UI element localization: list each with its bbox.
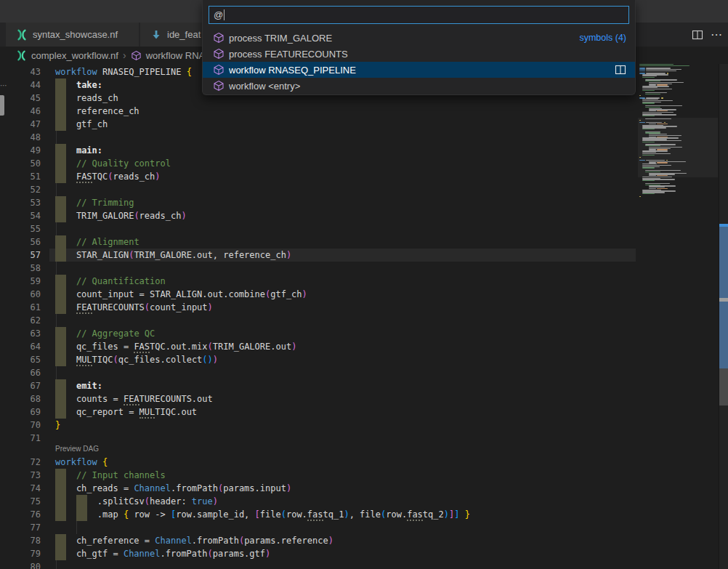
ellipsis-icon[interactable]: ⋯ — [711, 31, 722, 39]
line-number[interactable]: 70 — [0, 419, 41, 432]
code-line[interactable]: reference_ch — [55, 105, 139, 118]
minimap-line — [642, 100, 673, 101]
code-line[interactable]: FEATURECOUNTS(count_input) — [55, 301, 213, 314]
indent-guide — [76, 521, 77, 534]
code-line[interactable]: ch_reads = Channel.fromPath(params.input… — [55, 482, 291, 495]
line-number[interactable]: 72 — [0, 456, 41, 469]
symbol-module-icon — [131, 50, 142, 61]
line-number[interactable]: 69 — [0, 405, 41, 419]
quick-open-result[interactable]: workflow <entry> — [203, 78, 635, 94]
line-number[interactable]: 67 — [0, 379, 41, 392]
line-number[interactable]: 77 — [0, 521, 41, 534]
nextflow-icon — [16, 29, 28, 41]
minimap-line — [642, 193, 655, 194]
line-number[interactable]: 45 — [0, 92, 41, 105]
minimap-line — [639, 95, 641, 96]
quick-open-result[interactable]: process FEATURECOUNTS — [203, 46, 635, 62]
code-line[interactable]: workflow RNASEQ_PIPELINE { — [55, 65, 192, 78]
minimap-line — [639, 70, 645, 71]
line-number[interactable]: 49 — [0, 144, 41, 157]
quick-open-result[interactable]: workflow RNASEQ_PIPELINE — [203, 62, 635, 78]
text-caret — [224, 9, 225, 20]
line-number[interactable]: 78 — [0, 534, 41, 547]
line-number[interactable]: 74 — [0, 482, 41, 495]
quick-open-query: @ — [214, 9, 223, 20]
code-line[interactable]: gtf_ch — [55, 118, 108, 131]
tab-syntax-showcase[interactable]: syntax_showcase.nf — [6, 23, 139, 47]
minimap-line — [639, 196, 641, 197]
line-number[interactable]: 71 — [0, 432, 41, 445]
code-line[interactable]: // Alignment — [55, 235, 139, 249]
scrollbar[interactable] — [719, 64, 728, 569]
code-line[interactable]: TRIM_GALORE(reads_ch) — [55, 209, 187, 222]
indent-guide — [56, 262, 57, 275]
minimap-line — [642, 77, 655, 78]
nextflow-icon — [16, 50, 27, 61]
code-line[interactable]: ch_gtf = Channel.fromPath(params.gtf) — [55, 547, 270, 560]
code-line[interactable]: // Trimming — [55, 196, 134, 209]
code-line[interactable]: FASTQC(reads_ch) — [55, 170, 161, 183]
line-number[interactable]: 46 — [0, 105, 41, 118]
code-line[interactable]: take: — [55, 78, 102, 92]
tab-label: syntax_showcase.nf — [33, 29, 118, 40]
code-line[interactable]: // Quantification — [55, 275, 166, 288]
line-number[interactable]: 80 — [0, 560, 41, 569]
left-pane-scroll-thumb[interactable] — [0, 95, 4, 116]
left-pane-ellipsis: ⋯ — [0, 81, 8, 89]
line-number[interactable]: 79 — [0, 547, 41, 560]
quick-open-result[interactable]: process TRIM_GALOREsymbols (4) — [203, 30, 635, 46]
line-number[interactable]: 66 — [0, 366, 41, 379]
code-line[interactable]: .splitCsv(header: true) — [55, 495, 218, 508]
code-line[interactable]: count_input = STAR_ALIGN.out.combine(gtf… — [55, 288, 307, 301]
result-label: process FEATURECOUNTS — [229, 49, 626, 60]
line-number[interactable]: 57 — [0, 249, 41, 262]
code-line[interactable]: workflow { — [55, 456, 108, 469]
code-line[interactable]: qc_report = MULTIQC.out — [55, 405, 197, 419]
line-number[interactable]: 54 — [0, 209, 41, 222]
code-line[interactable]: MULTIQC(qc_files.collect()) — [55, 353, 218, 366]
split-editor-icon[interactable] — [692, 29, 703, 41]
minimap-slider[interactable] — [638, 118, 718, 178]
code-line[interactable]: qc_files = FASTQC.out.mix(TRIM_GALORE.ou… — [55, 340, 296, 353]
line-number[interactable]: 51 — [0, 170, 41, 183]
line-number[interactable]: 68 — [0, 392, 41, 405]
breadcrumb-separator: › — [123, 49, 126, 61]
line-number[interactable]: 48 — [0, 131, 41, 144]
code-line[interactable]: ch_reference = Channel.fromPath(params.r… — [55, 534, 333, 547]
code-line[interactable]: // Aggregate QC — [55, 327, 155, 340]
line-number[interactable]: 60 — [0, 288, 41, 301]
code-line[interactable]: STAR_ALIGN(TRIM_GALORE.out, reference_ch… — [55, 249, 291, 262]
breadcrumb-file[interactable]: complex_workflow.nf — [31, 50, 118, 61]
scrollbar-decoration — [719, 368, 728, 405]
line-number[interactable]: 47 — [0, 118, 41, 131]
line-number[interactable]: 63 — [0, 327, 41, 340]
line-number[interactable]: 50 — [0, 157, 41, 170]
code-line[interactable]: reads_ch — [55, 92, 118, 105]
line-number[interactable]: 43 — [0, 65, 41, 78]
code-line[interactable]: emit: — [55, 379, 102, 392]
line-number[interactable]: 58 — [0, 262, 41, 275]
minimap-line — [645, 107, 660, 108]
code-line[interactable]: counts = FEATURECOUNTS.out — [55, 392, 213, 405]
split-editor-icon[interactable] — [615, 64, 626, 76]
line-number[interactable]: 55 — [0, 222, 41, 235]
line-number[interactable]: 75 — [0, 495, 41, 508]
line-number[interactable]: 53 — [0, 196, 41, 209]
line-number[interactable]: 76 — [0, 508, 41, 521]
code-editor[interactable]: Preview DAG43workflow RNASEQ_PIPELINE {4… — [0, 64, 728, 569]
code-line[interactable]: // Input channels — [55, 469, 166, 482]
code-line[interactable]: .map { row -> [row.sample_id, [file(row.… — [55, 508, 470, 521]
code-line[interactable]: // Quality control — [55, 157, 171, 170]
code-lens-preview-dag[interactable]: Preview DAG — [55, 445, 99, 456]
line-number[interactable]: 59 — [0, 275, 41, 288]
line-number[interactable]: 73 — [0, 469, 41, 482]
quick-open-input[interactable]: @ — [209, 6, 629, 24]
line-number[interactable]: 52 — [0, 183, 41, 196]
line-number[interactable]: 65 — [0, 353, 41, 366]
line-number[interactable]: 64 — [0, 340, 41, 353]
code-line[interactable]: main: — [55, 144, 102, 157]
line-number[interactable]: 56 — [0, 235, 41, 249]
code-line[interactable]: } — [55, 419, 60, 432]
line-number[interactable]: 61 — [0, 301, 41, 314]
line-number[interactable]: 62 — [0, 314, 41, 327]
